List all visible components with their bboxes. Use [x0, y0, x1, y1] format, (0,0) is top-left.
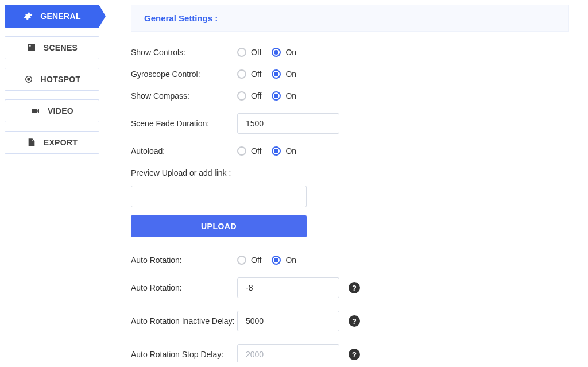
sidebar-item-video[interactable]: VIDEO [5, 99, 99, 122]
show-controls-off-radio[interactable] [237, 48, 246, 57]
scene-fade-input[interactable] [237, 113, 339, 134]
sidebar-item-general[interactable]: GENERAL [5, 5, 99, 28]
auto-rotation-on-radio[interactable] [272, 256, 281, 265]
sidebar-item-scenes[interactable]: SCENES [5, 36, 99, 59]
gyroscope-label: Gyroscope Control: [131, 69, 237, 79]
sidebar-item-label: SCENES [44, 43, 78, 52]
help-icon[interactable]: ? [349, 315, 360, 327]
autoload-label: Autoload: [131, 146, 237, 156]
radio-off-label: Off [251, 91, 261, 101]
show-compass-off-radio[interactable] [237, 91, 246, 101]
sidebar: GENERAL SCENES HOTSPOT VIDEO EXPORT [5, 5, 105, 362]
auto-rotation-value-input[interactable] [237, 277, 339, 298]
radio-on-label: On [285, 256, 296, 265]
radio-on-label: On [285, 91, 296, 101]
radio-on-label: On [285, 48, 296, 57]
upload-button[interactable]: UPLOAD [131, 215, 307, 237]
sidebar-item-label: VIDEO [48, 106, 74, 115]
sidebar-item-export[interactable]: EXPORT [5, 131, 99, 154]
show-controls-label: Show Controls: [131, 48, 237, 57]
sidebar-item-label: HOTSPOT [41, 75, 81, 84]
auto-rotation-stop-delay-input[interactable] [237, 344, 339, 362]
auto-rotation-inactive-delay-label: Auto Rotation Inactive Delay: [131, 316, 246, 326]
auto-rotation-inactive-delay-input[interactable] [237, 311, 339, 331]
radio-off-label: Off [251, 69, 261, 79]
show-compass-on-radio[interactable] [272, 91, 281, 101]
preview-upload-label: Preview Upload or add link : [131, 168, 569, 177]
show-controls-on-radio[interactable] [272, 48, 281, 57]
radio-on-label: On [285, 69, 296, 79]
show-compass-label: Show Compass: [131, 91, 237, 101]
scene-fade-label: Scene Fade Duration: [131, 119, 237, 128]
autoload-off-radio[interactable] [237, 146, 246, 156]
target-icon [24, 74, 34, 84]
main-panel: General Settings : Show Controls: Off On… [105, 5, 583, 362]
radio-off-label: Off [251, 146, 261, 156]
help-icon[interactable]: ? [349, 349, 360, 360]
sidebar-item-label: EXPORT [44, 138, 78, 147]
auto-rotation-value-label: Auto Rotation: [131, 283, 237, 292]
video-icon [30, 106, 41, 116]
panel-title: General Settings : [131, 5, 569, 32]
help-icon[interactable]: ? [349, 282, 360, 293]
sidebar-item-hotspot[interactable]: HOTSPOT [5, 68, 99, 91]
radio-off-label: Off [251, 256, 261, 265]
auto-rotation-off-radio[interactable] [237, 256, 246, 265]
radio-off-label: Off [251, 48, 261, 57]
gyroscope-off-radio[interactable] [237, 69, 246, 79]
svg-point-1 [28, 78, 30, 80]
radio-on-label: On [285, 146, 296, 156]
image-icon [26, 43, 37, 53]
export-icon [26, 137, 37, 148]
cogs-icon [23, 11, 33, 21]
auto-rotation-toggle-label: Auto Rotation: [131, 256, 237, 265]
gyroscope-on-radio[interactable] [272, 69, 281, 79]
autoload-on-radio[interactable] [272, 146, 281, 156]
sidebar-item-label: GENERAL [40, 11, 81, 21]
auto-rotation-stop-delay-label: Auto Rotation Stop Delay: [131, 350, 237, 359]
preview-upload-input[interactable] [131, 186, 307, 207]
